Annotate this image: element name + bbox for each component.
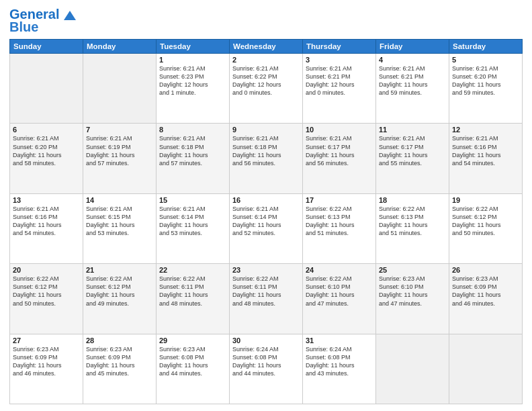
day-number: 13 [13, 196, 80, 204]
day-number: 20 [13, 266, 80, 274]
day-info: Sunrise: 6:21 AM Sunset: 6:19 PM Dayligh… [86, 134, 153, 167]
day-number: 28 [86, 336, 153, 345]
day-info: Sunrise: 6:21 AM Sunset: 6:14 PM Dayligh… [232, 205, 300, 238]
weekday-header-monday: Monday [83, 40, 157, 54]
day-info: Sunrise: 6:21 AM Sunset: 6:17 PM Dayligh… [379, 134, 446, 167]
calendar-cell: 8Sunrise: 6:21 AM Sunset: 6:18 PM Daylig… [157, 124, 230, 193]
day-info: Sunrise: 6:23 AM Sunset: 6:10 PM Dayligh… [379, 275, 446, 308]
day-info: Sunrise: 6:21 AM Sunset: 6:14 PM Dayligh… [159, 205, 226, 238]
day-info: Sunrise: 6:23 AM Sunset: 6:09 PM Dayligh… [452, 275, 519, 308]
day-number: 24 [306, 266, 373, 274]
day-number: 27 [13, 336, 80, 345]
calendar-cell: 29Sunrise: 6:23 AM Sunset: 6:08 PM Dayli… [157, 334, 230, 404]
day-number: 22 [159, 266, 226, 274]
calendar-cell: 7Sunrise: 6:21 AM Sunset: 6:19 PM Daylig… [83, 124, 157, 193]
calendar-cell: 6Sunrise: 6:21 AM Sunset: 6:20 PM Daylig… [10, 124, 83, 193]
day-number: 9 [232, 126, 300, 134]
calendar-week-5: 27Sunrise: 6:23 AM Sunset: 6:09 PM Dayli… [10, 334, 523, 404]
weekday-header-sunday: Sunday [10, 40, 83, 54]
calendar-cell: 11Sunrise: 6:21 AM Sunset: 6:17 PM Dayli… [376, 124, 449, 193]
logo-icon [64, 11, 76, 20]
day-info: Sunrise: 6:22 AM Sunset: 6:12 PM Dayligh… [13, 275, 80, 308]
calendar-cell: 25Sunrise: 6:23 AM Sunset: 6:10 PM Dayli… [376, 264, 449, 334]
day-number: 12 [452, 126, 519, 134]
calendar-cell: 15Sunrise: 6:21 AM Sunset: 6:14 PM Dayli… [157, 193, 230, 263]
day-info: Sunrise: 6:22 AM Sunset: 6:13 PM Dayligh… [306, 205, 373, 238]
weekday-header-saturday: Saturday [449, 40, 523, 54]
day-info: Sunrise: 6:21 AM Sunset: 6:23 PM Dayligh… [159, 64, 226, 97]
day-info: Sunrise: 6:21 AM Sunset: 6:20 PM Dayligh… [452, 64, 519, 97]
day-number: 19 [452, 196, 519, 204]
day-number: 31 [306, 336, 373, 345]
day-number: 29 [159, 336, 226, 345]
calendar-cell: 24Sunrise: 6:22 AM Sunset: 6:10 PM Dayli… [303, 264, 376, 334]
weekday-header-tuesday: Tuesday [157, 40, 230, 54]
day-number: 23 [232, 266, 300, 274]
calendar-cell: 30Sunrise: 6:24 AM Sunset: 6:08 PM Dayli… [230, 334, 303, 404]
day-number: 25 [379, 266, 446, 274]
day-number: 2 [232, 56, 300, 64]
day-info: Sunrise: 6:23 AM Sunset: 6:08 PM Dayligh… [159, 345, 226, 378]
day-info: Sunrise: 6:21 AM Sunset: 6:21 PM Dayligh… [379, 64, 446, 97]
day-info: Sunrise: 6:23 AM Sunset: 6:09 PM Dayligh… [13, 345, 80, 378]
day-info: Sunrise: 6:21 AM Sunset: 6:22 PM Dayligh… [232, 64, 300, 97]
day-info: Sunrise: 6:22 AM Sunset: 6:11 PM Dayligh… [232, 275, 300, 308]
calendar-cell: 4Sunrise: 6:21 AM Sunset: 6:21 PM Daylig… [376, 54, 449, 124]
calendar-cell: 16Sunrise: 6:21 AM Sunset: 6:14 PM Dayli… [230, 193, 303, 263]
day-info: Sunrise: 6:22 AM Sunset: 6:12 PM Dayligh… [86, 275, 153, 308]
day-number: 10 [306, 126, 373, 134]
calendar-cell: 17Sunrise: 6:22 AM Sunset: 6:13 PM Dayli… [303, 193, 376, 263]
calendar-cell: 12Sunrise: 6:21 AM Sunset: 6:16 PM Dayli… [449, 124, 523, 193]
calendar-cell: 3Sunrise: 6:21 AM Sunset: 6:21 PM Daylig… [303, 54, 376, 124]
calendar-table: SundayMondayTuesdayWednesdayThursdayFrid… [9, 39, 523, 404]
calendar-cell: 27Sunrise: 6:23 AM Sunset: 6:09 PM Dayli… [10, 334, 83, 404]
day-info: Sunrise: 6:21 AM Sunset: 6:18 PM Dayligh… [159, 134, 226, 167]
calendar-cell: 22Sunrise: 6:22 AM Sunset: 6:11 PM Dayli… [157, 264, 230, 334]
day-info: Sunrise: 6:21 AM Sunset: 6:20 PM Dayligh… [13, 134, 80, 167]
calendar-cell: 31Sunrise: 6:24 AM Sunset: 6:08 PM Dayli… [303, 334, 376, 404]
day-number: 11 [379, 126, 446, 134]
calendar-cell: 13Sunrise: 6:21 AM Sunset: 6:16 PM Dayli… [10, 193, 83, 263]
day-info: Sunrise: 6:24 AM Sunset: 6:08 PM Dayligh… [232, 345, 300, 378]
day-info: Sunrise: 6:21 AM Sunset: 6:16 PM Dayligh… [452, 134, 519, 167]
day-number: 14 [86, 196, 153, 204]
calendar-cell: 28Sunrise: 6:23 AM Sunset: 6:09 PM Dayli… [83, 334, 157, 404]
day-number: 16 [232, 196, 300, 204]
calendar-cell: 26Sunrise: 6:23 AM Sunset: 6:09 PM Dayli… [449, 264, 523, 334]
calendar-cell: 19Sunrise: 6:22 AM Sunset: 6:12 PM Dayli… [449, 193, 523, 263]
day-info: Sunrise: 6:21 AM Sunset: 6:15 PM Dayligh… [86, 205, 153, 238]
day-number: 17 [306, 196, 373, 204]
day-info: Sunrise: 6:21 AM Sunset: 6:18 PM Dayligh… [232, 134, 300, 167]
calendar-cell: 5Sunrise: 6:21 AM Sunset: 6:20 PM Daylig… [449, 54, 523, 124]
day-number: 1 [159, 56, 226, 64]
day-number: 5 [452, 56, 519, 64]
calendar-cell: 9Sunrise: 6:21 AM Sunset: 6:18 PM Daylig… [230, 124, 303, 193]
weekday-header-wednesday: Wednesday [230, 40, 303, 54]
calendar-cell [449, 334, 523, 404]
day-number: 15 [159, 196, 226, 204]
calendar-cell [83, 54, 157, 124]
day-info: Sunrise: 6:22 AM Sunset: 6:12 PM Dayligh… [452, 205, 519, 238]
calendar-header-row: SundayMondayTuesdayWednesdayThursdayFrid… [10, 40, 523, 54]
calendar-cell: 2Sunrise: 6:21 AM Sunset: 6:22 PM Daylig… [230, 54, 303, 124]
day-info: Sunrise: 6:21 AM Sunset: 6:21 PM Dayligh… [306, 64, 373, 97]
day-number: 7 [86, 126, 153, 134]
calendar-cell: 21Sunrise: 6:22 AM Sunset: 6:12 PM Dayli… [83, 264, 157, 334]
page-header: General Blue [9, 7, 523, 35]
day-number: 4 [379, 56, 446, 64]
day-info: Sunrise: 6:21 AM Sunset: 6:16 PM Dayligh… [13, 205, 80, 238]
calendar-week-4: 20Sunrise: 6:22 AM Sunset: 6:12 PM Dayli… [10, 264, 523, 334]
day-number: 8 [159, 126, 226, 134]
day-info: Sunrise: 6:24 AM Sunset: 6:08 PM Dayligh… [306, 345, 373, 378]
calendar-cell [376, 334, 449, 404]
calendar-cell: 23Sunrise: 6:22 AM Sunset: 6:11 PM Dayli… [230, 264, 303, 334]
calendar-week-2: 6Sunrise: 6:21 AM Sunset: 6:20 PM Daylig… [10, 124, 523, 193]
calendar-cell: 10Sunrise: 6:21 AM Sunset: 6:17 PM Dayli… [303, 124, 376, 193]
day-number: 6 [13, 126, 80, 134]
svg-marker-0 [64, 11, 76, 20]
day-info: Sunrise: 6:22 AM Sunset: 6:10 PM Dayligh… [306, 275, 373, 308]
calendar-cell: 18Sunrise: 6:22 AM Sunset: 6:13 PM Dayli… [376, 193, 449, 263]
calendar-cell: 1Sunrise: 6:21 AM Sunset: 6:23 PM Daylig… [157, 54, 230, 124]
day-number: 26 [452, 266, 519, 274]
day-info: Sunrise: 6:21 AM Sunset: 6:17 PM Dayligh… [306, 134, 373, 167]
